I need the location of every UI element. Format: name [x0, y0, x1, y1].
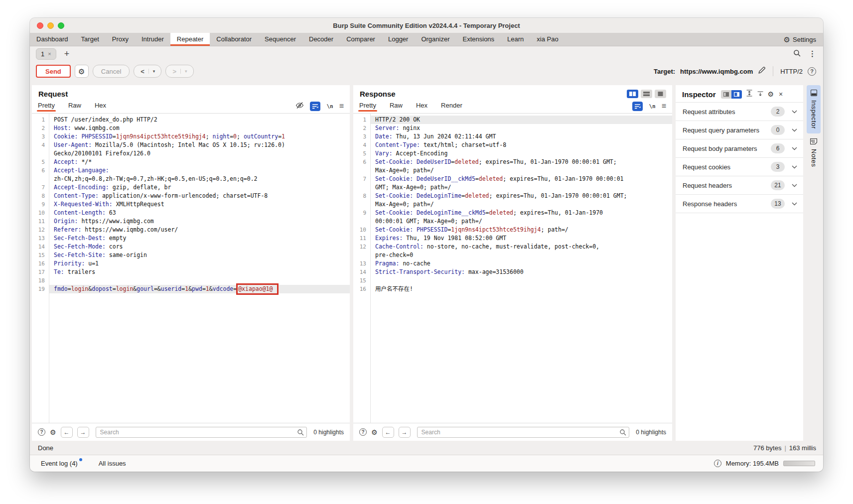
- line-number: 4: [32, 141, 49, 149]
- menu-item-decoder[interactable]: Decoder: [302, 33, 340, 46]
- menu-item-extensions[interactable]: Extensions: [456, 33, 501, 46]
- event-log-button[interactable]: Event log (4): [41, 460, 82, 467]
- inspector-section-response-headers[interactable]: Response headers13: [676, 195, 803, 213]
- word-wrap-icon[interactable]: [632, 102, 643, 111]
- response-tab-raw[interactable]: Raw: [390, 99, 403, 113]
- request-tab-hex[interactable]: Hex: [95, 99, 106, 113]
- expand-all-icon[interactable]: [746, 90, 753, 99]
- repeater-tab-1[interactable]: 1 ×: [36, 48, 56, 60]
- close-tab-icon[interactable]: ×: [48, 51, 51, 57]
- search-settings-icon[interactable]: ⚙: [371, 429, 378, 436]
- request-tab-raw[interactable]: Raw: [68, 99, 81, 113]
- menu-item-target[interactable]: Target: [75, 33, 106, 46]
- response-tab-render[interactable]: Render: [441, 99, 462, 113]
- section-label: Request attributes: [683, 108, 771, 116]
- menu-item-logger[interactable]: Logger: [382, 33, 415, 46]
- help-icon[interactable]: ?: [808, 67, 816, 76]
- menu-item-comparer[interactable]: Comparer: [340, 33, 382, 46]
- code-text: Te: trailers: [49, 268, 350, 276]
- search-input[interactable]: [417, 427, 630, 438]
- code-text: Set-Cookie: DedeLoginTime__ckMd5=deleted…: [370, 209, 672, 217]
- back-arrow-icon[interactable]: <: [135, 68, 148, 75]
- code-text: fmdo=login&dopost=login&gourl=&userid=1&…: [49, 285, 350, 293]
- previous-match-button[interactable]: ←: [382, 427, 394, 438]
- settings-button[interactable]: ⚙ Settings: [777, 33, 823, 46]
- menu-item-intruder[interactable]: Intruder: [135, 33, 170, 46]
- inspector-settings-icon[interactable]: ⚙: [768, 91, 774, 98]
- response-tab-pretty[interactable]: Pretty: [359, 99, 376, 113]
- line-number: 15: [32, 251, 49, 259]
- response-tab-hex[interactable]: Hex: [416, 99, 427, 113]
- memory-label: Memory: 195.4MB: [726, 460, 779, 467]
- response-editor[interactable]: 1HTTP/2 200 OK2Server: nginx3Date: Thu, …: [353, 114, 672, 423]
- menu-item-sequencer[interactable]: Sequencer: [258, 33, 302, 46]
- status-done: Done: [38, 444, 53, 452]
- menu-item-learn[interactable]: Learn: [501, 33, 530, 46]
- request-tab-pretty[interactable]: Pretty: [38, 99, 55, 113]
- line-number: 3: [32, 132, 49, 141]
- inspector-section-request-body-parameters[interactable]: Request body parameters6: [676, 139, 803, 158]
- all-issues-button[interactable]: All issues: [99, 460, 126, 467]
- request-editor[interactable]: 1POST /user/index_do.php HTTP/22Host: ww…: [32, 114, 350, 423]
- menu-item-dashboard[interactable]: Dashboard: [30, 33, 75, 46]
- send-button[interactable]: Send: [36, 65, 71, 78]
- response-line: 13Pragma: no-cache: [353, 259, 672, 268]
- back-dropdown-icon[interactable]: ▾: [148, 69, 160, 74]
- inspector-section-request-query-parameters[interactable]: Request query parameters0: [676, 121, 803, 139]
- single-layout-icon[interactable]: [655, 90, 666, 98]
- previous-match-button[interactable]: ←: [61, 427, 73, 438]
- menu-item-organizer[interactable]: Organizer: [415, 33, 456, 46]
- side-tab-inspector[interactable]: Inspector: [807, 85, 821, 133]
- request-line: 10Content-Length: 63: [32, 209, 350, 217]
- show-newlines-icon[interactable]: \n: [649, 103, 655, 110]
- code-text: User-Agent: Mozilla/5.0 (Macintosh; Inte…: [49, 141, 350, 149]
- hide-nonprintable-icon[interactable]: [295, 102, 304, 111]
- back-history-button[interactable]: < ▾: [134, 65, 161, 78]
- line-number: [353, 200, 370, 209]
- menu-item-repeater[interactable]: Repeater: [170, 33, 210, 46]
- search-help-icon[interactable]: ?: [359, 428, 367, 436]
- word-wrap-icon[interactable]: [310, 102, 320, 111]
- show-newlines-icon[interactable]: \n: [326, 103, 333, 110]
- search-help-icon[interactable]: ?: [38, 428, 45, 436]
- request-line: 6Accept-Language:: [32, 166, 350, 175]
- code-text: Set-Cookie: DedeLoginTime=deleted; expir…: [370, 192, 672, 200]
- rows-layout-icon[interactable]: [641, 90, 652, 98]
- response-line: GMT; Max-Age=0; path=/: [353, 183, 672, 192]
- editor-menu-icon[interactable]: ≡: [662, 102, 666, 111]
- menu-item-collaborator[interactable]: Collaborator: [210, 33, 258, 46]
- line-number: 2: [32, 124, 49, 132]
- next-match-button[interactable]: →: [77, 427, 89, 438]
- collapse-all-icon[interactable]: [757, 90, 764, 99]
- inspector-section-request-cookies[interactable]: Request cookies3: [676, 158, 803, 176]
- dock-left-icon[interactable]: [721, 90, 731, 99]
- repeater-tab-strip: 1 × + ⋮: [30, 46, 823, 61]
- send-settings-button[interactable]: ⚙: [75, 65, 89, 78]
- section-count-badge: 13: [771, 199, 785, 209]
- cancel-button[interactable]: Cancel: [93, 65, 130, 78]
- close-inspector-icon[interactable]: ×: [779, 90, 783, 98]
- edit-target-icon[interactable]: [758, 66, 766, 76]
- inspector-section-request-headers[interactable]: Request headers21: [676, 176, 803, 195]
- main-menu-bar: DashboardTargetProxyIntruderRepeaterColl…: [30, 33, 823, 46]
- editor-menu-icon[interactable]: ≡: [339, 102, 344, 111]
- request-line: 2Host: www.iqmbg.com: [32, 124, 350, 132]
- next-match-button[interactable]: →: [399, 427, 411, 438]
- line-number: 6: [353, 158, 370, 166]
- side-tab-notes[interactable]: Notes: [807, 133, 821, 171]
- line-number: [353, 183, 370, 192]
- menu-item-xia-pao[interactable]: xia Pao: [530, 33, 565, 46]
- columns-layout-icon[interactable]: [627, 90, 638, 98]
- search-input[interactable]: [96, 427, 307, 438]
- search-icon[interactable]: [793, 49, 801, 59]
- response-line: 15: [353, 276, 672, 285]
- line-number: 7: [32, 183, 49, 192]
- inspector-section-request-attributes[interactable]: Request attributes2: [676, 103, 803, 121]
- forward-history-button[interactable]: > ▾: [165, 65, 193, 78]
- code-text: 00:00:01 GMT; Max-Age=0; path=/: [370, 217, 672, 226]
- more-options-icon[interactable]: ⋮: [809, 49, 816, 58]
- dock-right-icon[interactable]: [731, 90, 742, 99]
- add-tab-button[interactable]: +: [64, 49, 70, 58]
- search-settings-icon[interactable]: ⚙: [50, 429, 56, 436]
- menu-item-proxy[interactable]: Proxy: [106, 33, 135, 46]
